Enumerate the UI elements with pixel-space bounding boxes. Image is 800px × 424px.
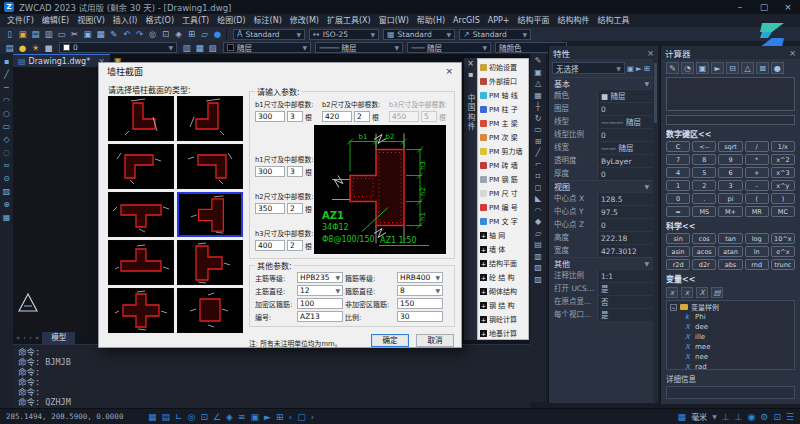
menu-item[interactable]: 结构平面 (514, 14, 554, 27)
property-row[interactable]: 宽度427.3012 (549, 244, 653, 257)
calc-sci-key[interactable]: acos (692, 246, 716, 257)
layer-state-icon[interactable]: ▥ (180, 42, 193, 54)
variable-item[interactable]: X mee (670, 342, 794, 352)
maximize-button[interactable]: ▢ (752, 0, 776, 14)
circle-icon[interactable]: ○ (3, 109, 10, 118)
calc-key[interactable]: MS (692, 206, 716, 217)
get-coordinates-icon[interactable]: ► (711, 62, 724, 74)
calc-sci-key[interactable]: trunc (771, 259, 795, 270)
h3-count-input[interactable] (287, 240, 303, 251)
ucs-icon[interactable]: ⊥ (722, 412, 730, 422)
palette-item-pm-number[interactable]: PM 编 号 (478, 200, 528, 214)
variable-item[interactable]: X nee (670, 352, 794, 362)
h1-count-input[interactable] (287, 166, 303, 177)
calc-sci-key[interactable]: tan (718, 233, 742, 244)
table-icon[interactable]: ▦ (3, 213, 11, 222)
layer-prev-icon[interactable]: ▦ (193, 42, 206, 54)
palette-item-pm-dimension[interactable]: PM 尺 寸 (478, 186, 528, 200)
calc-key[interactable]: 1 (666, 180, 690, 191)
save-icon[interactable]: ▤ (29, 28, 42, 40)
table-style-combo[interactable]: ▦ Standard▼ (383, 29, 455, 40)
open-file-icon[interactable]: ▣ (16, 28, 29, 40)
b1-count-input[interactable] (287, 111, 303, 122)
layer-tool-2-icon[interactable]: ▥ (534, 252, 542, 263)
grid-icon[interactable]: ▦ (148, 412, 157, 422)
calc-key[interactable]: . (692, 193, 716, 204)
menu-item[interactable]: 文件(F) (3, 14, 38, 27)
command-window[interactable]: 命令:命令: BJMJB命令:命令:命令:命令: QZHJM (13, 344, 530, 408)
menu-item[interactable]: ArcGIS (449, 14, 484, 27)
variable-item[interactable]: X dee (670, 322, 794, 332)
calc-key[interactable]: sqrt (718, 141, 742, 152)
layer-tool-4-icon[interactable]: ▨ (534, 275, 542, 286)
polar-tracking-icon[interactable]: ◎ (188, 412, 196, 422)
close-button[interactable]: × (776, 0, 800, 14)
mleader-style-combo[interactable]: ↗ Standard▼ (459, 29, 531, 40)
property-row[interactable]: 线型比例0 (549, 128, 653, 141)
trim-icon[interactable]: ╱ (536, 148, 541, 159)
hamburger-menu-icon[interactable]: ☰ (786, 412, 794, 422)
workspace-icon[interactable]: ▢ (297, 412, 306, 422)
calc-key[interactable]: 1/x (771, 141, 795, 152)
first-layout-icon[interactable]: « (16, 334, 20, 342)
calc-key[interactable]: / (745, 141, 769, 152)
minimize-button[interactable]: – (728, 0, 752, 14)
calc-key[interactable]: x^3 (771, 167, 795, 178)
calc-key[interactable]: * (745, 154, 769, 165)
zoom-previous-icon[interactable]: ◈ (172, 28, 185, 40)
palette-group-rc-calc[interactable]: + 钢砼计算 (478, 312, 528, 326)
type-l-corner-3[interactable] (108, 144, 174, 189)
extend-icon[interactable]: ⌐ (535, 160, 542, 171)
copy-object-icon[interactable]: ▣ (534, 68, 542, 79)
undo-icon[interactable]: ↶ (120, 28, 133, 40)
chamfer-icon[interactable]: ◣ (535, 194, 541, 205)
copy-icon[interactable]: ▣ (81, 28, 94, 40)
property-row[interactable]: 每个视口...是 (549, 308, 653, 321)
move-icon[interactable]: ┼ (536, 102, 541, 113)
calc-sci-key[interactable]: atan (718, 246, 742, 257)
document-tab[interactable]: ▤ Drawing1.dwg* × (13, 54, 110, 67)
snap-icon[interactable]: ▤ (162, 412, 171, 422)
layer-tool-1-icon[interactable]: ▤ (534, 240, 542, 251)
property-row[interactable]: 在原点显...否 (549, 295, 653, 308)
settings-gear-icon[interactable]: ⚙ (760, 412, 768, 422)
palette-item-external-interface[interactable]: 外部接口 (478, 74, 528, 88)
b1-size-input[interactable] (255, 111, 285, 122)
line-icon[interactable]: ╱ (4, 70, 9, 79)
menu-item[interactable]: 帮助(H) (413, 14, 449, 27)
revcloud-icon[interactable]: ◌ (3, 148, 10, 157)
calc-key[interactable]: ) (771, 193, 795, 204)
clear-history-icon[interactable]: ✎ (666, 62, 679, 74)
new-variable-icon[interactable]: x (666, 287, 678, 298)
collapse-icon[interactable]: − (670, 304, 677, 311)
palette-item-pm-secondary-beam[interactable]: PM 次 梁 (478, 130, 528, 144)
mirror-icon[interactable]: △ (535, 79, 541, 90)
dialog-title-bar[interactable]: 墙柱截面 × (99, 63, 461, 79)
section-basic[interactable]: 基本▼ (549, 77, 653, 89)
selection-combo[interactable]: 无选择▼ (552, 62, 625, 74)
preview-icon[interactable]: ▭ (55, 28, 68, 40)
calc-key[interactable]: - (745, 180, 769, 191)
calc-sci-key[interactable]: ln (745, 246, 769, 257)
layer-combo[interactable]: 0▼ (59, 42, 177, 53)
menu-item[interactable]: 扩展工具(X) (323, 14, 375, 27)
prev-layout-icon[interactable]: ‹ (23, 334, 26, 342)
palette-item-initial-settings[interactable]: 初始设置 (478, 60, 528, 74)
layer-on-icon[interactable]: ● (16, 42, 29, 54)
point-icon[interactable]: ⊕ (3, 200, 10, 209)
variable-item[interactable]: k Phi (670, 312, 794, 322)
calc-key[interactable]: 3 (718, 180, 742, 191)
calc-sci-key[interactable]: cos (692, 233, 716, 244)
calc-sci-key[interactable]: r2d (666, 259, 690, 270)
lineweight-icon[interactable]: ≡ (238, 412, 246, 422)
stirrup-dia-select[interactable]: 8▼ (397, 285, 443, 296)
layer-tool-3-icon[interactable]: ▧ (534, 263, 542, 274)
match-properties-icon[interactable]: ✎ (107, 28, 120, 40)
dim-style-combo[interactable]: ↔ ISO-25▼ (309, 29, 379, 40)
layer-isolate-icon[interactable]: ▧ (206, 42, 219, 54)
scale-input[interactable] (397, 311, 443, 322)
calc-sci-key[interactable]: d2r (692, 259, 716, 270)
property-row[interactable]: 厚度0 (549, 167, 653, 180)
section-view[interactable]: 视图▼ (549, 180, 653, 192)
angle-icon[interactable]: △ (741, 62, 754, 74)
